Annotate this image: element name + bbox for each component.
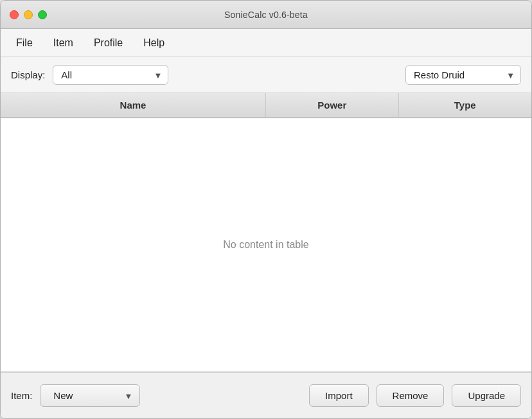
menu-item-file[interactable]: File <box>6 33 43 53</box>
menu-item-item[interactable]: Item <box>43 33 84 53</box>
new-dropdown[interactable]: New New (Manual) <box>40 384 140 407</box>
table-body: No content in table <box>1 118 531 371</box>
toolbar: Display: All Weapons Armor Trinkets ▼ Re… <box>1 57 531 93</box>
remove-button[interactable]: Remove <box>377 384 445 407</box>
upgrade-button[interactable]: Upgrade <box>452 384 521 407</box>
table-container: Name Power Type No content in table <box>1 93 531 372</box>
table-header: Name Power Type <box>1 93 531 118</box>
display-label: Display: <box>11 69 45 80</box>
bottom-bar: Item: New New (Manual) ▼ Import Remove U… <box>1 372 531 418</box>
window-controls <box>10 10 47 19</box>
display-dropdown-wrapper: All Weapons Armor Trinkets ▼ <box>53 65 168 85</box>
title-bar: SonieCalc v0.6-beta <box>1 1 531 29</box>
item-label: Item: <box>11 390 32 401</box>
menu-item-help[interactable]: Help <box>133 33 175 53</box>
column-header-type: Type <box>399 93 532 117</box>
column-header-name: Name <box>1 93 266 117</box>
minimize-button[interactable] <box>24 10 33 19</box>
maximize-button[interactable] <box>38 10 47 19</box>
display-dropdown[interactable]: All Weapons Armor Trinkets <box>53 65 168 85</box>
empty-table-message: No content in table <box>223 239 308 251</box>
profile-dropdown[interactable]: Resto Druid Balance Druid Feral Druid <box>405 65 521 85</box>
profile-dropdown-wrapper: Resto Druid Balance Druid Feral Druid ▼ <box>405 65 521 85</box>
menu-bar: File Item Profile Help <box>1 29 531 57</box>
window-title: SonieCalc v0.6-beta <box>224 10 308 20</box>
main-window: SonieCalc v0.6-beta File Item Profile He… <box>0 0 532 419</box>
import-button[interactable]: Import <box>309 384 369 407</box>
close-button[interactable] <box>10 10 19 19</box>
menu-item-profile[interactable]: Profile <box>84 33 133 53</box>
column-header-power: Power <box>266 93 399 117</box>
new-dropdown-wrapper: New New (Manual) ▼ <box>40 384 140 407</box>
